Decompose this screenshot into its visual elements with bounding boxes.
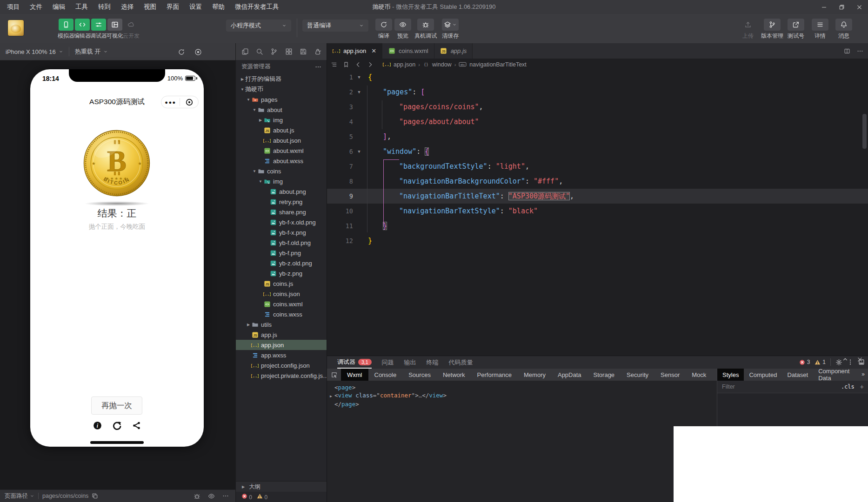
redo-icon[interactable]	[112, 421, 122, 430]
inspect-icon[interactable]	[327, 371, 341, 378]
tree-item-app.js[interactable]: JSapp.js	[236, 330, 327, 340]
wxml-node[interactable]: </page>	[330, 400, 717, 408]
menu-item-项目[interactable]: 项目	[2, 0, 25, 14]
tree-item-yb-f-x.png[interactable]: yb-f-x.png	[236, 227, 327, 238]
nav-forward-icon[interactable]	[367, 61, 374, 68]
more-icon[interactable]	[222, 493, 229, 499]
code-line-4[interactable]: 4"pages/about/about"	[327, 114, 868, 129]
error-count[interactable]: 3	[799, 359, 810, 365]
editor-scrollbar-thumb[interactable]	[862, 114, 867, 149]
mode-button-云开发[interactable]: 云开发	[118, 19, 144, 40]
code-line-12[interactable]: 12}	[327, 233, 868, 248]
tree-item-img[interactable]: ▼img	[236, 176, 327, 186]
code-line-11[interactable]: 11}	[327, 218, 868, 233]
debugger-tab-终端[interactable]: 终端	[427, 356, 439, 369]
more-menu-button[interactable]: ●●●	[161, 96, 180, 108]
save-icon[interactable]	[300, 48, 307, 55]
action-button-详情[interactable]: 详情	[807, 19, 833, 40]
grid-icon[interactable]	[285, 48, 293, 55]
tree-item-coins.wxml[interactable]: <>coins.wxml	[236, 299, 327, 309]
code-line-9[interactable]: 9"navigationBarTitleText": "ASP300源码测试",	[327, 189, 868, 204]
menu-item-选择[interactable]: 选择	[116, 0, 139, 14]
mode-select[interactable]: 小程序模式	[226, 20, 291, 32]
code-line-3[interactable]: 3"pages/coins/coins",	[327, 99, 868, 114]
fold-chevron-icon[interactable]: ▼	[353, 149, 365, 154]
share-icon[interactable]	[132, 421, 141, 430]
tree-item-about.wxss[interactable]: about.wxss	[236, 156, 327, 166]
dock-icon[interactable]	[858, 359, 865, 365]
close-tab-icon[interactable]: ✕	[371, 47, 376, 54]
split-editor-icon[interactable]	[844, 48, 850, 54]
devtools-tab-Storage[interactable]: Storage	[588, 369, 621, 381]
filter-input[interactable]: Filter	[722, 383, 841, 390]
devtools-tab-Mock[interactable]: Mock	[686, 369, 712, 381]
styles-tab-Dataset[interactable]: Dataset	[782, 369, 813, 381]
action-button-版本管理[interactable]: 版本管理	[759, 19, 785, 40]
expand-chevron-icon[interactable]: ▶	[330, 392, 334, 400]
menu-item-转到[interactable]: 转到	[93, 0, 116, 14]
tree-item-[interactable]: ▼抛硬币	[236, 84, 327, 94]
code-line-7[interactable]: 7"backgroundTextStyle": "light",	[327, 159, 868, 174]
debugger-tab-输出[interactable]: 输出	[404, 356, 416, 369]
tree-item-coins.json[interactable]: {..}coins.json	[236, 289, 327, 299]
tree-item-about.js[interactable]: JSabout.js	[236, 125, 327, 135]
tree-item-yb-f.png[interactable]: yb-f.png	[236, 248, 327, 258]
stop-icon[interactable]	[194, 48, 202, 56]
devtools-tab-Security[interactable]: Security	[621, 369, 654, 381]
tree-item-img[interactable]: ▶img	[236, 115, 327, 125]
tree-item-[interactable]: ▶打开的编辑器	[236, 74, 327, 84]
files-icon[interactable]	[241, 48, 249, 55]
tree-item-project.private.config.js[interactable]: {..}project.private.config.js…	[236, 370, 327, 381]
devtools-tab-Network[interactable]: Network	[437, 369, 471, 381]
debugger-tab-问题[interactable]: 问题	[382, 356, 394, 369]
device-selector[interactable]: iPhone X 100% 16	[0, 43, 69, 60]
warning-count[interactable]: 1	[815, 359, 826, 365]
tree-item-project.config.json[interactable]: {..}project.config.json	[236, 360, 327, 370]
devtools-tab-Sensor[interactable]: Sensor	[654, 369, 686, 381]
retry-button[interactable]: 再抛一次	[91, 396, 142, 415]
editor-tab-coins.wxml[interactable]: <>coins.wxml	[382, 43, 434, 59]
action-button-预览[interactable]: 预览	[390, 19, 416, 40]
menu-item-界面[interactable]: 界面	[161, 0, 184, 14]
action-button-消息[interactable]: 消息	[831, 19, 857, 40]
tree-item-yb-z.old.png[interactable]: yb-z.old.png	[236, 258, 327, 268]
exit-miniprogram-button[interactable]	[180, 96, 198, 108]
menu-item-视图[interactable]: 视图	[139, 0, 161, 14]
outline-section[interactable]: ▶ 大纲	[236, 481, 327, 492]
close-button[interactable]	[850, 0, 868, 14]
more-icon[interactable]	[315, 64, 321, 70]
menu-item-工具[interactable]: 工具	[70, 0, 93, 14]
bookmark-icon[interactable]	[343, 61, 349, 68]
tree-item-about.png[interactable]: about.png	[236, 186, 327, 197]
breadcrumb-item-navigationBarTitleText[interactable]: navigationBarTitleText	[469, 61, 527, 68]
styles-tab-Component-Data[interactable]: Component Data	[813, 369, 868, 381]
fold-chevron-icon[interactable]: ▼	[353, 90, 365, 94]
add-style-button[interactable]: +	[860, 383, 864, 390]
breadcrumb-item-app.json[interactable]: app.json	[394, 61, 415, 68]
code-line-6[interactable]: 6▼"window": {	[327, 144, 868, 159]
devtools-tab-Memory[interactable]: Memory	[518, 369, 552, 381]
menu-item-设置[interactable]: 设置	[184, 0, 207, 14]
kebab-menu-icon[interactable]	[847, 359, 854, 365]
devtools-tab-Console[interactable]: Console	[368, 369, 403, 381]
tree-item-app.wxss[interactable]: app.wxss	[236, 350, 327, 360]
fold-chevron-icon[interactable]: ▼	[353, 75, 365, 79]
code-line-5[interactable]: 5],	[327, 129, 868, 144]
tree-item-utils[interactable]: ▶utils	[236, 319, 327, 330]
action-button-清缓存[interactable]: 清缓存	[437, 19, 463, 40]
tree-item-coins.js[interactable]: JScoins.js	[236, 278, 327, 289]
minimize-button[interactable]	[815, 0, 833, 14]
tree-item-pages[interactable]: ▼pages	[236, 94, 327, 105]
search-icon[interactable]	[256, 48, 263, 55]
git-branch-icon[interactable]	[270, 48, 278, 55]
tree-item-yb-f.old.png[interactable]: yb-f.old.png	[236, 238, 327, 248]
devtools-tab-Sources[interactable]: Sources	[402, 369, 437, 381]
eye-icon[interactable]	[208, 493, 215, 500]
editor-tab-app.js[interactable]: JSapp.js	[434, 43, 473, 59]
tree-item-yb-f-x.old.png[interactable]: yb-f-x.old.png	[236, 217, 327, 227]
breadcrumb-item-window[interactable]: window	[432, 61, 452, 68]
restart-icon[interactable]	[178, 48, 185, 56]
compile-select[interactable]: 普通编译	[302, 20, 368, 32]
wxml-node[interactable]: ▶<view class="container">…</view>	[330, 391, 717, 400]
tree-item-app.json[interactable]: {..}app.json	[236, 340, 327, 350]
